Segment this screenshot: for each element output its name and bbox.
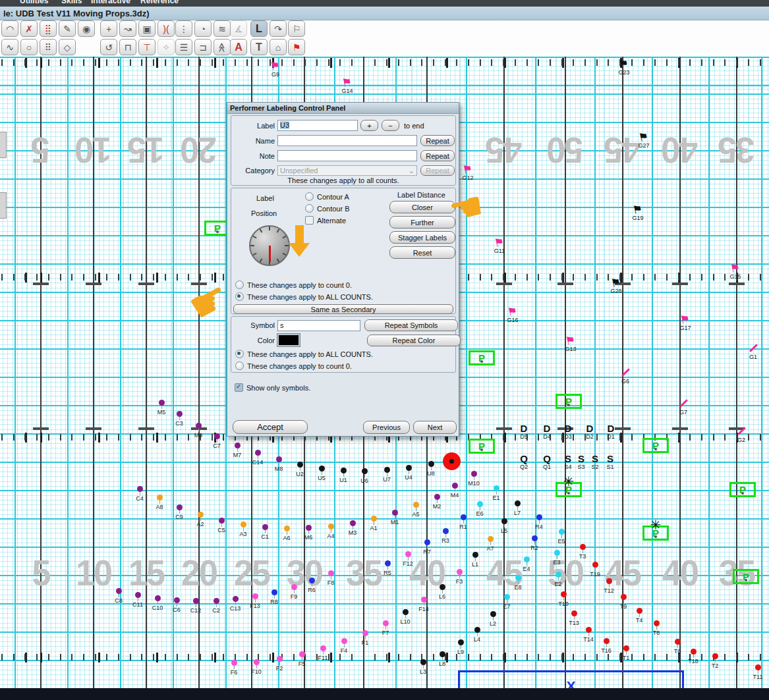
performer-dot[interactable]: A5 — [407, 502, 424, 518]
performer-dot[interactable]: C7 — [208, 433, 225, 449]
performer-dot[interactable]: L3 — [414, 659, 432, 675]
performer-dot[interactable]: M2 — [428, 494, 445, 510]
performer-marker[interactable] — [452, 483, 458, 489]
prop-marker[interactable]: P✳ — [642, 525, 669, 541]
performer-dot[interactable]: U5 — [313, 466, 330, 481]
performer-marker[interactable] — [554, 550, 560, 556]
performer-marker[interactable] — [157, 495, 163, 500]
performer-marker[interactable] — [362, 468, 368, 474]
performer-dot[interactable]: A3 — [235, 522, 252, 537]
performer-dot[interactable]: L9 — [452, 639, 469, 655]
performer-marker[interactable] — [219, 518, 225, 524]
performer-dot[interactable]: A6 — [278, 525, 295, 541]
flag-performer[interactable]: G6 — [615, 367, 635, 385]
performer-marker[interactable] — [383, 620, 389, 626]
performer-dot[interactable]: C8 — [110, 588, 127, 604]
pencil-tool[interactable]: ✎ — [59, 20, 76, 37]
performer-marker[interactable] — [461, 514, 467, 520]
circle-tool[interactable]: ○ — [20, 39, 38, 55]
name-repeat-button[interactable]: Repeat — [420, 135, 455, 146]
performer-marker[interactable] — [291, 584, 297, 590]
letter-performer[interactable]: DD5 — [515, 424, 532, 440]
spiral-tool[interactable]: ◉ — [78, 20, 95, 37]
menu-bar[interactable]: UtilitiesSkillsInteractiveReference — [0, 0, 769, 7]
pole-tool[interactable]: ⊤ — [138, 39, 156, 55]
performer-dot[interactable]: C11 — [129, 592, 146, 608]
performer-dot[interactable]: U2 — [291, 462, 308, 477]
performer-marker[interactable] — [586, 627, 592, 633]
letter-performer[interactable]: DD2 — [581, 424, 598, 440]
performer-marker[interactable] — [328, 524, 334, 529]
performer-dot[interactable]: U4 — [400, 465, 417, 481]
menu-item[interactable]: Utilities — [20, 0, 48, 5]
performer-marker[interactable] — [488, 536, 494, 542]
palette-edge[interactable] — [0, 132, 7, 158]
prop-marker[interactable]: P — [469, 350, 495, 365]
performer-marker[interactable] — [532, 535, 538, 541]
performer-marker[interactable] — [198, 512, 204, 518]
performer-dot[interactable]: L2 — [484, 611, 501, 627]
performer-dot[interactable]: C9 — [171, 504, 188, 520]
accept-button[interactable]: Accept — [233, 420, 308, 434]
performer-dot[interactable]: F10 — [248, 659, 265, 675]
performer-dot[interactable]: C12 — [187, 598, 204, 614]
performer-dot[interactable]: A4 — [322, 524, 339, 539]
performer-dot[interactable]: F9 — [285, 584, 302, 600]
performer-marker[interactable] — [241, 522, 246, 527]
closer-button[interactable]: Closer — [389, 201, 455, 213]
performer-dot[interactable]: M10 — [465, 471, 482, 487]
performer-dot[interactable]: M8 — [270, 456, 287, 472]
bracket-tool[interactable]: ⊐ — [194, 39, 212, 55]
performer-marker[interactable] — [755, 664, 761, 670]
menu-item[interactable]: Interactive — [91, 0, 130, 5]
flag-performer[interactable]: ⚑G19 — [628, 205, 648, 221]
performer-marker[interactable] — [472, 552, 478, 558]
category-repeat-button[interactable]: Repeat — [420, 165, 455, 176]
cross-curve-tool[interactable]: ✗ — [20, 20, 38, 37]
performer-marker[interactable] — [116, 588, 122, 594]
dot-block-tool[interactable]: ⠿ — [40, 39, 57, 55]
performer-marker[interactable] — [424, 539, 430, 545]
performer-dot[interactable]: T11 — [749, 664, 766, 680]
performer-dot[interactable]: U1 — [335, 468, 352, 483]
performer-marker[interactable] — [341, 468, 347, 473]
menu-item[interactable]: Skills — [61, 0, 82, 5]
performer-dot[interactable]: L1 — [467, 552, 484, 568]
contour-a-radio[interactable] — [305, 192, 314, 201]
dot-grid-tool[interactable]: ⣿ — [40, 20, 57, 37]
dialog-title[interactable]: Performer Labeling Control Panel — [227, 103, 459, 114]
prop-marker[interactable]: P — [469, 439, 495, 454]
performer-dot[interactable]: F13 — [246, 593, 264, 609]
performer-marker[interactable] — [155, 595, 161, 601]
performer-dot[interactable]: F12 — [399, 551, 416, 567]
performer-dot[interactable]: T13 — [565, 610, 583, 626]
performer-marker[interactable] — [490, 611, 496, 617]
performer-marker[interactable] — [254, 659, 260, 665]
performer-dot[interactable]: L8 — [434, 651, 451, 667]
performer-dot[interactable]: E4 — [518, 556, 535, 572]
flag-performer[interactable]: ⚑G12 — [458, 165, 478, 181]
performer-dot[interactable]: C2 — [208, 598, 225, 614]
performer-dot[interactable]: A8 — [151, 495, 168, 510]
performer-dot[interactable]: T19 — [586, 562, 604, 578]
performer-dot[interactable]: F1 — [356, 630, 374, 646]
performer-dot[interactable]: C14 — [249, 450, 266, 466]
performer-marker[interactable] — [471, 471, 477, 477]
prop-marker[interactable]: P — [642, 438, 669, 453]
home-tool[interactable]: ⌂ — [270, 39, 287, 55]
flag-performer[interactable]: ⚑G23 — [614, 59, 634, 76]
flag-performer[interactable]: ⚑G28 — [606, 278, 626, 294]
performer-marker[interactable] — [350, 520, 356, 526]
stagger-labels-button[interactable]: Stagger Labels — [389, 231, 455, 244]
flag-performer[interactable]: ⚑G27 — [634, 132, 654, 149]
performer-dot[interactable]: R3 — [437, 528, 454, 544]
performer-marker[interactable] — [443, 528, 449, 534]
performer-dot[interactable]: M3 — [344, 520, 361, 536]
flag-performer[interactable]: ⚑G13 — [561, 336, 581, 352]
performer-marker[interactable] — [233, 596, 239, 602]
performer-dot[interactable]: T6 — [669, 639, 686, 655]
performer-marker[interactable] — [235, 443, 241, 448]
performer-dot[interactable]: F11 — [314, 645, 331, 661]
performer-marker[interactable] — [637, 608, 642, 614]
flag-performer[interactable]: ⚑G17 — [675, 315, 695, 331]
